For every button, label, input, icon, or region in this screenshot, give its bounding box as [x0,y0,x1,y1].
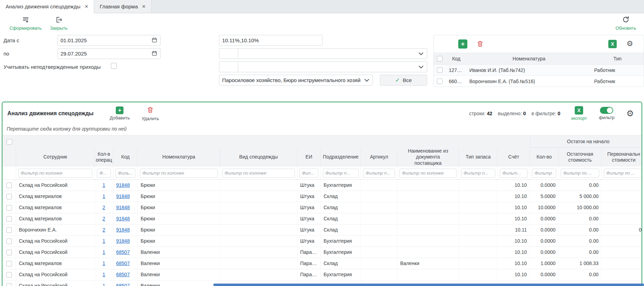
generate-button[interactable]: Сформировать [6,16,45,31]
row-checkbox[interactable] [2,213,16,225]
filter-input-department[interactable] [323,169,359,178]
add-selection-button[interactable]: + [458,39,467,49]
row-checkbox[interactable] [2,247,16,258]
selection-column-header[interactable]: Код [446,56,467,61]
row-checkbox[interactable] [2,191,16,202]
filter-toggle[interactable]: фильтр [599,107,614,120]
row-checkbox[interactable] [2,236,16,247]
column-header-code[interactable]: Код [113,148,138,167]
grid-row[interactable]: Склад материалов291848БрюкиШтукаСклад10.… [2,202,642,213]
column-header-article[interactable]: Артикул [361,148,397,167]
worker-combo[interactable] [219,48,427,59]
account-input[interactable]: 10.11%,10.10% [219,35,323,46]
code-link[interactable]: 91848 [116,205,130,210]
operations-link[interactable]: 1 [102,261,105,266]
filter-input-employee[interactable] [18,169,92,178]
nomenclature-combo[interactable] [219,61,427,72]
grid-row[interactable]: Склад на Российской168507ВаленкиПара…Бух… [2,247,642,258]
grid-row[interactable]: Склад на Российской168507ВаленкиПара…Бух… [2,269,642,280]
filter-input-account[interactable] [500,169,528,178]
operations-link[interactable]: 2 [102,227,105,233]
column-header-nomenclature[interactable]: Номенклатура [138,148,220,167]
filter-input-unit[interactable] [299,169,318,178]
delete-button[interactable]: Удалить [142,106,159,121]
toggle-switch[interactable] [600,107,613,114]
grid-settings-gear-icon[interactable]: ⚙ [626,109,634,118]
horizontal-scrollbar-thumb[interactable] [213,284,644,286]
date-to-input[interactable]: 29.07.2025 [57,48,161,59]
operations-link[interactable]: 2 [102,205,105,210]
selection-column-header[interactable]: Тип [591,56,644,61]
code-link[interactable]: 91848 [116,193,130,199]
date-from-input[interactable]: 01.01.2025 [57,35,161,46]
grid-row[interactable]: Склад на Российской191848БрюкиШтукаБухга… [2,180,642,191]
filter-input-workwear_kind[interactable] [222,169,295,178]
code-link[interactable]: 68507 [116,272,130,277]
filter-input-operations[interactable] [97,169,111,178]
operations-link[interactable]: 1 [102,283,105,286]
department-select[interactable]: Паросиловое хозяйство, Бюро инструментал… [219,75,373,86]
operations-link[interactable]: 1 [102,182,105,188]
operations-link[interactable]: 1 [102,193,105,199]
chevron-down-icon[interactable] [415,52,427,55]
select-all-checkbox[interactable] [7,139,12,145]
calendar-icon[interactable] [151,37,157,44]
code-link[interactable]: 68507 [116,249,130,255]
grid-row[interactable]: Склад материалов291848БрюкиШтукаСклад10.… [2,213,642,225]
code-link[interactable]: 68507 [116,283,130,286]
code-link[interactable]: 91848 [116,238,130,244]
filter-input-article[interactable] [363,169,395,178]
tab-close-icon[interactable]: × [85,3,88,9]
filter-input-qty[interactable] [532,169,556,178]
grid-row[interactable]: Склад на Российской191848БрюкиШтукаБухга… [2,236,642,247]
tab[interactable]: Анализ движения спецодежды× [0,0,94,13]
column-header-stock_type[interactable]: Тип запаса [459,148,498,167]
nomenclature-code-box[interactable] [219,62,238,72]
operations-link[interactable]: 1 [102,249,105,255]
row-checkbox[interactable] [434,79,446,84]
column-header-unit[interactable]: ЕИ [297,148,321,167]
operations-link[interactable]: 2 [102,216,105,221]
column-header-account[interactable]: Счёт [498,148,530,167]
selection-row[interactable]: 127…Иванов И.И. (Таб.№742)Работник [434,65,644,76]
column-header-qty[interactable]: Кол-во [530,148,559,167]
filter-input-supplier_doc_name[interactable] [399,169,457,178]
filter-input-nomenclature[interactable] [140,169,218,178]
column-header-employee[interactable]: Сотрудник [16,148,95,167]
chevron-down-icon[interactable] [361,79,373,82]
operations-link[interactable]: 1 [102,272,105,277]
add-button[interactable]: + Добавить [110,107,130,120]
code-link[interactable]: 91848 [116,227,130,233]
filter-input-initial_cost[interactable] [604,169,642,178]
refresh-button[interactable]: Обновить [613,16,638,31]
group-by-drop-zone[interactable]: Перетащите сюда колонку для группировки … [2,125,642,135]
filter-input-code[interactable] [115,169,135,178]
grid-row[interactable]: Склад материалов168507ВаленкиПара…СкладВ… [2,258,642,269]
column-header-initial_cost[interactable]: Первоначальнстоимости [602,148,642,167]
column-header-supplier_doc_name[interactable]: Наименование издокументапоставщика [397,148,459,167]
code-link[interactable]: 91848 [116,216,130,221]
code-link[interactable]: 91848 [116,182,130,188]
filter-input-residual_cost[interactable] [561,169,599,178]
row-checkbox[interactable] [2,258,16,269]
calendar-icon[interactable] [151,50,157,57]
column-header-operations[interactable]: Кол-воперац [95,148,113,167]
row-checkbox[interactable] [2,202,16,213]
column-header-residual_cost[interactable]: Остаточнаястоимость [559,148,602,167]
row-checkbox[interactable] [2,280,16,286]
row-checkbox[interactable] [2,180,16,191]
excel-export-button[interactable]: X [608,40,617,48]
row-checkbox[interactable] [434,67,446,73]
select-all-departments-button[interactable]: ✓ Все [380,75,427,86]
code-link[interactable]: 68507 [116,261,130,266]
row-checkbox[interactable] [2,225,16,236]
tab-close-icon[interactable]: × [142,3,146,9]
settings-gear-icon[interactable]: ⚙ [627,40,633,47]
worker-code-box[interactable] [219,49,238,59]
delete-selection-button[interactable] [476,40,484,49]
row-checkbox[interactable] [2,269,16,280]
selection-row[interactable]: 660…Ворончихин Е.А. (Таб.№516)Работник [434,76,644,87]
chevron-down-icon[interactable] [415,66,427,68]
export-button[interactable]: X экспорт [571,106,587,121]
column-header-department[interactable]: Подразделение [321,148,361,167]
